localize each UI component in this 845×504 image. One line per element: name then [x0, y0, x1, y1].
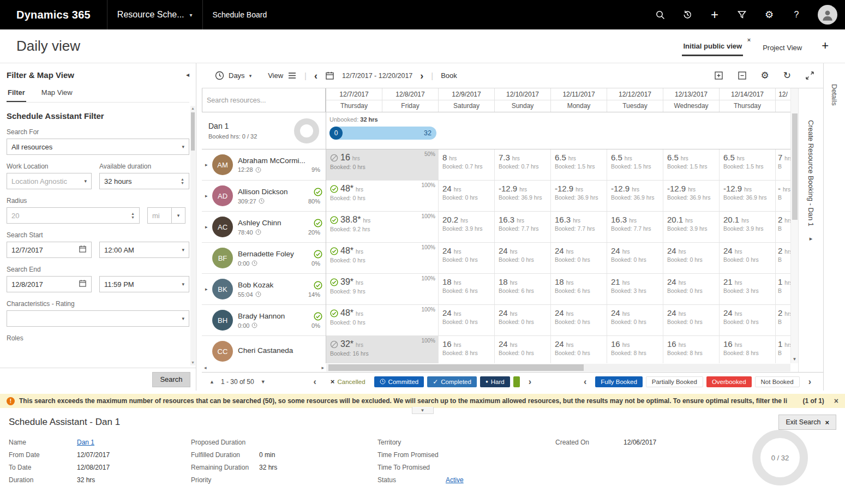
- availability-cell[interactable]: 20.1hrsBooked: 3.9 hrs: [720, 212, 776, 242]
- availability-cell[interactable]: -12.9hrsBooked: 36.9 hrs: [720, 181, 776, 211]
- search-for-select[interactable]: All resources ▾: [7, 139, 189, 155]
- field-value[interactable]: Dan 1: [77, 439, 94, 446]
- book-button[interactable]: Book: [441, 71, 457, 80]
- availability-cell[interactable]: -hrsB: [776, 181, 790, 211]
- availability-cell[interactable]: -12.9hrsBooked: 36.9 hrs: [663, 181, 720, 211]
- field-value[interactable]: Active: [446, 476, 464, 484]
- expand-arrow-icon[interactable]: ▸: [205, 224, 211, 230]
- view-dropdown[interactable]: View: [268, 71, 297, 80]
- app-switcher[interactable]: Resource Sche... ▾: [107, 0, 202, 29]
- close-tab-icon[interactable]: ×: [747, 37, 751, 43]
- tab-map-view[interactable]: Map View: [40, 86, 74, 102]
- availability-cell[interactable]: 24hrsBooked: 0 hrs: [495, 336, 551, 363]
- characteristics-rating-select[interactable]: ▾: [7, 310, 189, 327]
- availability-cell[interactable]: 24hrsBooked: 0 hrs: [720, 243, 776, 273]
- calendar-column-header[interactable]: 12/13/2017Wednesday: [663, 88, 720, 112]
- page-up-icon[interactable]: ▲: [209, 379, 214, 385]
- settings-gear-icon[interactable]: ⚙: [756, 0, 783, 29]
- availability-cell[interactable]: 16hrsBooked: 8 hrs: [439, 336, 495, 363]
- fullscreen-icon[interactable]: [805, 71, 814, 80]
- next-period-icon[interactable]: ›: [420, 71, 423, 81]
- availability-cell[interactable]: 16hrsBooked: 0 hrs50%: [326, 149, 439, 180]
- availability-cell[interactable]: 2hrsB: [776, 243, 790, 273]
- resource-item[interactable]: ▸ACAshley Chinn78:4020%: [202, 212, 326, 243]
- requirement-card[interactable]: Dan 1 Booked hrs: 0 / 32: [202, 112, 326, 149]
- resource-scroll-right-icon[interactable]: ▸: [321, 365, 324, 370]
- resource-item[interactable]: ▸ADAllison Dickson309:2780%: [202, 181, 326, 212]
- tab-initial-public-view[interactable]: Initial public view ×: [682, 37, 743, 56]
- availability-cell[interactable]: 24hrsBooked: 0 hrs: [720, 305, 776, 335]
- details-rail[interactable]: Details: [823, 63, 845, 391]
- calendar-icon[interactable]: [79, 245, 87, 255]
- availability-cell[interactable]: 20.1hrsBooked: 3.9 hrs: [663, 212, 720, 242]
- radius-stepper[interactable]: 20 ▲▼: [7, 207, 140, 224]
- availability-cell[interactable]: 21hrsBooked: 3 hrs: [607, 274, 663, 304]
- availability-cell[interactable]: 20.2hrsBooked: 3.9 hrs: [439, 212, 495, 242]
- stepper-arrows-icon[interactable]: ▲▼: [131, 212, 135, 219]
- calendar-column-header[interactable]: 12/14/2017Thursday: [720, 88, 776, 112]
- timescale-dropdown[interactable]: Days ▾: [215, 71, 251, 80]
- grid-vertical-scrollbar[interactable]: ▼: [790, 88, 798, 363]
- resource-scroll-left-icon[interactable]: ◂: [204, 365, 207, 370]
- availability-cell[interactable]: 24hrsBooked: 0 hrs: [439, 305, 495, 335]
- previous-period-icon[interactable]: ‹: [314, 71, 317, 81]
- refresh-icon[interactable]: ↻: [783, 71, 791, 80]
- resource-item[interactable]: BFBernadette Foley0:000%: [202, 243, 326, 274]
- resource-item[interactable]: ▸BKBob Kozak55:0414%: [202, 274, 326, 305]
- calendar-column-header[interactable]: 12/8/2017Friday: [382, 88, 439, 112]
- availability-cell[interactable]: 1hrsB: [776, 336, 790, 363]
- filter-funnel-icon[interactable]: [728, 0, 756, 29]
- availability-cell[interactable]: -12.9hrsBooked: 36.9 hrs: [607, 181, 663, 211]
- availability-cell[interactable]: 24hrsBooked: 0 hrs: [551, 243, 607, 273]
- expand-arrow-icon[interactable]: ▸: [205, 286, 211, 292]
- search-end-date-field[interactable]: 12/8/2017: [7, 276, 92, 292]
- search-end-time-select[interactable]: 11:59 PM ▾: [99, 276, 189, 292]
- calendar-column-header[interactable]: 12/10/2017Sunday: [495, 88, 551, 112]
- availability-cell[interactable]: 7hrsB: [776, 149, 790, 180]
- expand-arrow-icon[interactable]: ▸: [205, 162, 211, 167]
- exit-search-button[interactable]: Exit Search ×: [778, 415, 836, 430]
- expand-rail-icon[interactable]: ▸: [810, 235, 813, 242]
- availability-cell[interactable]: 8hrsBooked: 0.7 hrs: [439, 149, 495, 180]
- radius-unit-select[interactable]: ▾: [171, 207, 185, 224]
- resource-item[interactable]: BHBrady Hannon0:000%: [202, 305, 326, 336]
- board-settings-gear-icon[interactable]: ⚙: [761, 71, 769, 80]
- close-warning-icon[interactable]: ×: [834, 397, 838, 405]
- availability-cell[interactable]: 48*hrsBooked: 0 hrs100%: [326, 305, 439, 335]
- search-start-date-field[interactable]: 12/7/2017: [7, 242, 92, 258]
- availability-cell[interactable]: 2hrsB: [776, 305, 790, 335]
- add-view-button[interactable]: +: [822, 39, 829, 56]
- requirement-demand-bar[interactable]: 0 32: [329, 127, 436, 140]
- availability-cell[interactable]: 6.5hrsBooked: 1.5 hrs: [607, 149, 663, 180]
- help-icon[interactable]: ?: [783, 0, 810, 29]
- scrollbar-thumb[interactable]: [191, 112, 195, 151]
- availability-cell[interactable]: -12.9hrsBooked: 36.9 hrs: [495, 181, 551, 211]
- availability-cell[interactable]: 18hrsBooked: 6 hrs: [551, 274, 607, 304]
- legend-scroll-right-icon[interactable]: ›: [524, 377, 536, 387]
- scrollbar-thumb[interactable]: [792, 113, 798, 220]
- scroll-up-icon[interactable]: ▲: [191, 106, 195, 111]
- stepper-arrows-icon[interactable]: ▲▼: [181, 177, 184, 185]
- grid-horizontal-scrollbar[interactable]: [326, 364, 790, 371]
- tab-project-view[interactable]: Project View: [762, 38, 803, 56]
- calendar-icon[interactable]: [325, 71, 334, 80]
- availability-cell[interactable]: 39*hrsBooked: 9 hrs100%: [326, 274, 439, 304]
- availability-cell[interactable]: 24hrsBooked: 0 hrs: [551, 336, 607, 363]
- tab-filter[interactable]: Filter: [7, 86, 26, 102]
- availability-cell[interactable]: 21hrsBooked: 3 hrs: [720, 274, 776, 304]
- availability-cell[interactable]: 32*hrsBooked: 16 hrs100%: [326, 336, 439, 363]
- legend-scroll-left-icon[interactable]: ‹: [309, 377, 321, 387]
- availability-cell[interactable]: 18hrsBooked: 6 hrs: [439, 274, 495, 304]
- resource-item[interactable]: CCCheri Castaneda: [202, 336, 326, 363]
- resource-item[interactable]: ▸AMAbraham McCormi...12:289%: [202, 149, 326, 181]
- calendar-icon[interactable]: [79, 279, 87, 289]
- availability-cell[interactable]: 6.5hrsBooked: 1.5 hrs: [720, 149, 776, 180]
- booking-legend-scroll-right-icon[interactable]: ›: [804, 377, 816, 387]
- availability-cell[interactable]: 16.3hrsBooked: 7.7 hrs: [495, 212, 551, 242]
- expand-rows-icon[interactable]: [714, 71, 723, 80]
- availability-cell[interactable]: 24hrsBooked: 0 hrs: [607, 305, 663, 335]
- scrollbar-thumb[interactable]: [328, 364, 584, 371]
- collapse-details-tab[interactable]: ▼: [412, 407, 434, 414]
- dynamics-365-logo[interactable]: Dynamics 365: [0, 9, 107, 21]
- search-icon[interactable]: [646, 0, 674, 29]
